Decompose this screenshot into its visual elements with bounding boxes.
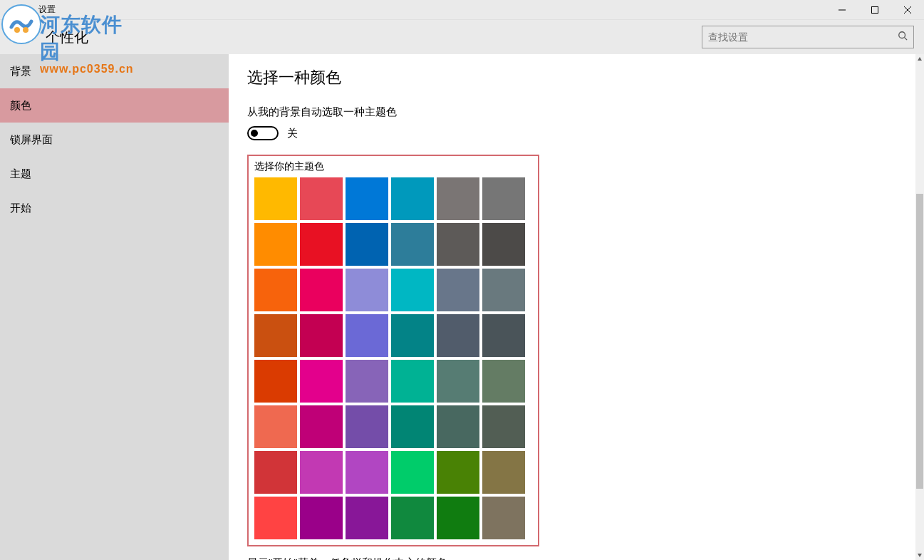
- color-swatch[interactable]: [254, 177, 297, 220]
- header: 个性化: [0, 20, 924, 54]
- window-controls: [826, 0, 924, 20]
- color-swatch[interactable]: [437, 497, 479, 539]
- auto-pick-label: 从我的背景自动选取一种主题色: [247, 105, 924, 119]
- body: 背景 颜色 锁屏界面 主题 开始 选择一种颜色 从我的背景自动选取一种主题色 关…: [0, 54, 924, 560]
- color-swatch[interactable]: [346, 360, 388, 403]
- color-swatch[interactable]: [300, 223, 343, 266]
- sidebar-item-label: 开始: [10, 202, 31, 215]
- svg-marker-6: [918, 57, 922, 61]
- titlebar: 设置: [0, 0, 924, 20]
- scroll-thumb[interactable]: [916, 194, 923, 489]
- color-swatch[interactable]: [346, 223, 388, 266]
- color-swatch[interactable]: [391, 269, 434, 311]
- color-swatch[interactable]: [300, 177, 343, 220]
- color-swatch[interactable]: [437, 360, 479, 403]
- auto-pick-toggle[interactable]: [247, 126, 279, 140]
- color-swatch[interactable]: [391, 497, 434, 539]
- color-swatch[interactable]: [482, 314, 525, 357]
- color-swatch[interactable]: [482, 269, 525, 311]
- color-swatch[interactable]: [300, 360, 343, 403]
- color-swatch[interactable]: [482, 497, 525, 539]
- sidebar-item-label: 背景: [10, 65, 31, 78]
- color-swatch[interactable]: [254, 223, 297, 266]
- color-swatch[interactable]: [391, 314, 434, 357]
- page-heading: 选择一种颜色: [247, 67, 924, 88]
- sidebar-item-label: 主题: [10, 167, 31, 181]
- sidebar: 背景 颜色 锁屏界面 主题 开始: [0, 54, 229, 560]
- color-swatch[interactable]: [437, 223, 479, 266]
- color-swatch[interactable]: [346, 314, 388, 357]
- sidebar-item-label: 锁屏界面: [10, 133, 53, 147]
- back-button[interactable]: [0, 0, 34, 20]
- sidebar-item-themes[interactable]: 主题: [0, 157, 229, 191]
- color-swatch[interactable]: [254, 451, 297, 494]
- search-input[interactable]: [708, 31, 898, 43]
- color-swatch[interactable]: [300, 497, 343, 539]
- color-swatch[interactable]: [482, 405, 525, 448]
- color-swatch[interactable]: [391, 405, 434, 448]
- color-swatch[interactable]: [391, 177, 434, 220]
- window-title: 设置: [38, 4, 56, 16]
- svg-rect-1: [872, 6, 878, 13]
- sidebar-item-colors[interactable]: 颜色: [0, 88, 229, 123]
- color-swatch[interactable]: [391, 451, 434, 494]
- color-swatch[interactable]: [482, 360, 525, 403]
- color-swatch[interactable]: [346, 451, 388, 494]
- palette-title: 选择你的主题色: [254, 160, 532, 173]
- color-swatch[interactable]: [254, 314, 297, 357]
- section-title: 个性化: [46, 28, 88, 47]
- color-swatch[interactable]: [300, 314, 343, 357]
- toggle-state-label: 关: [287, 127, 298, 140]
- color-swatch[interactable]: [300, 269, 343, 311]
- color-swatch[interactable]: [254, 497, 297, 539]
- maximize-button[interactable]: [858, 0, 891, 20]
- color-swatch[interactable]: [300, 405, 343, 448]
- svg-marker-7: [918, 554, 922, 557]
- show-start-color-label: 显示"开始"菜单、任务栏和操作中心的颜色: [247, 556, 924, 560]
- color-swatch[interactable]: [254, 405, 297, 448]
- color-swatch[interactable]: [300, 451, 343, 494]
- content: 选择一种颜色 从我的背景自动选取一种主题色 关 选择你的主题色 显示"开始"菜单…: [229, 54, 924, 560]
- color-swatch[interactable]: [482, 451, 525, 494]
- minimize-button[interactable]: [826, 0, 858, 20]
- scroll-down-arrow-icon[interactable]: [915, 550, 924, 560]
- scroll-up-arrow-icon[interactable]: [915, 54, 924, 64]
- color-swatch[interactable]: [437, 177, 479, 220]
- color-swatch[interactable]: [346, 177, 388, 220]
- sidebar-item-label: 颜色: [10, 99, 31, 113]
- color-swatch[interactable]: [482, 177, 525, 220]
- color-swatch[interactable]: [482, 223, 525, 266]
- color-swatch[interactable]: [437, 451, 479, 494]
- sidebar-item-background[interactable]: 背景: [0, 54, 229, 88]
- color-swatch[interactable]: [346, 269, 388, 311]
- color-swatch[interactable]: [437, 269, 479, 311]
- svg-line-5: [905, 38, 908, 41]
- sidebar-item-start[interactable]: 开始: [0, 191, 229, 225]
- search-icon: [898, 31, 908, 43]
- accent-color-palette: [254, 177, 532, 539]
- color-swatch[interactable]: [254, 269, 297, 311]
- toggle-knob: [251, 130, 258, 137]
- color-swatch[interactable]: [391, 360, 434, 403]
- svg-point-4: [899, 32, 905, 38]
- color-swatch[interactable]: [346, 405, 388, 448]
- color-swatch[interactable]: [346, 497, 388, 539]
- close-button[interactable]: [891, 0, 924, 20]
- auto-pick-toggle-row: 关: [247, 126, 924, 140]
- search-box[interactable]: [702, 26, 914, 48]
- color-swatch[interactable]: [391, 223, 434, 266]
- vertical-scrollbar[interactable]: [915, 54, 924, 560]
- color-swatch[interactable]: [437, 314, 479, 357]
- color-swatch[interactable]: [254, 360, 297, 403]
- sidebar-item-lockscreen[interactable]: 锁屏界面: [0, 123, 229, 157]
- color-swatch[interactable]: [437, 405, 479, 448]
- palette-highlight-box: 选择你的主题色: [247, 155, 539, 546]
